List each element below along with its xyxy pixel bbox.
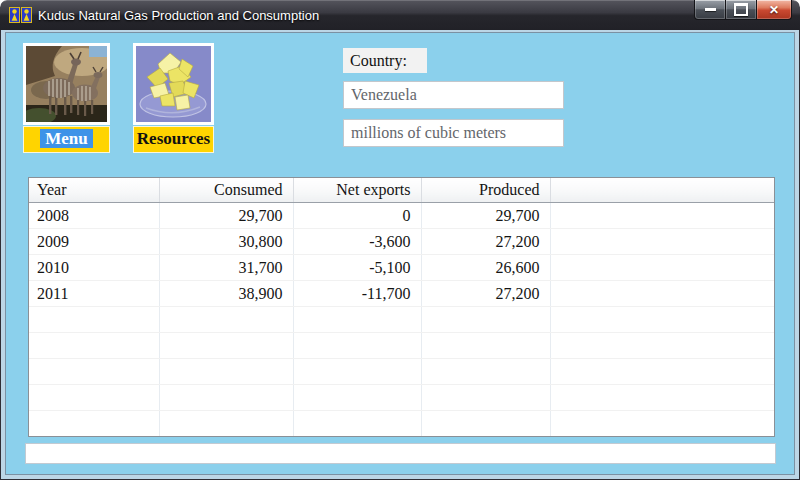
cell-blank[interactable] <box>159 359 293 385</box>
table-row[interactable]: 2009 30,800 -3,600 27,200 <box>29 229 774 255</box>
cell-blank[interactable] <box>293 411 421 437</box>
cell-produced[interactable]: 29,700 <box>421 203 550 229</box>
cell-net-exports[interactable]: -11,700 <box>293 281 421 307</box>
table-row[interactable]: 2011 38,900 -11,700 27,200 <box>29 281 774 307</box>
header-row: Year Consumed Net exports Produced <box>29 178 774 203</box>
minimize-button[interactable] <box>694 0 725 20</box>
cell-year[interactable]: 2010 <box>29 255 159 281</box>
cell-blank[interactable] <box>550 359 774 385</box>
cell-consumed[interactable]: 29,700 <box>159 203 293 229</box>
app-window: Kudus Natural Gas Production and Consump… <box>0 0 800 480</box>
app-icon <box>9 7 32 23</box>
cell-blank[interactable] <box>159 385 293 411</box>
close-button[interactable]: ✕ <box>756 0 792 20</box>
cell-produced[interactable]: 27,200 <box>421 281 550 307</box>
cell-blank[interactable] <box>550 281 774 307</box>
cell-blank[interactable] <box>159 333 293 359</box>
cell-blank[interactable] <box>293 333 421 359</box>
column-header-net-exports[interactable]: Net exports <box>293 178 421 203</box>
empty-table-row[interactable] <box>29 359 774 385</box>
cell-blank[interactable] <box>29 359 159 385</box>
empty-table-row[interactable] <box>29 411 774 437</box>
cell-blank[interactable] <box>550 385 774 411</box>
cell-produced[interactable]: 27,200 <box>421 229 550 255</box>
empty-table-row[interactable] <box>29 307 774 333</box>
cell-year[interactable]: 2008 <box>29 203 159 229</box>
minimize-icon <box>705 8 716 11</box>
window-frame: Menu Resour <box>0 30 800 480</box>
resources-button[interactable]: Resources <box>133 43 214 153</box>
cell-blank[interactable] <box>421 411 550 437</box>
empty-table-row[interactable] <box>29 333 774 359</box>
kudu-image <box>23 43 110 125</box>
cell-blank[interactable] <box>421 333 550 359</box>
cell-blank[interactable] <box>550 203 774 229</box>
data-grid: Year Consumed Net exports Produced 2008 … <box>28 177 775 437</box>
cell-consumed[interactable]: 31,700 <box>159 255 293 281</box>
cell-blank[interactable] <box>293 359 421 385</box>
cell-blank[interactable] <box>421 307 550 333</box>
cell-consumed[interactable]: 30,800 <box>159 229 293 255</box>
cell-blank[interactable] <box>550 255 774 281</box>
cell-consumed[interactable]: 38,900 <box>159 281 293 307</box>
table-row[interactable]: 2008 29,700 0 29,700 <box>29 203 774 229</box>
cell-net-exports[interactable]: 0 <box>293 203 421 229</box>
cell-blank[interactable] <box>29 411 159 437</box>
cell-produced[interactable]: 26,600 <box>421 255 550 281</box>
cell-blank[interactable] <box>159 411 293 437</box>
cell-blank[interactable] <box>550 307 774 333</box>
cell-blank[interactable] <box>550 333 774 359</box>
cell-blank[interactable] <box>29 307 159 333</box>
cell-blank[interactable] <box>293 385 421 411</box>
resources-label-bar: Resources <box>133 126 214 153</box>
table-row[interactable]: 2010 31,700 -5,100 26,600 <box>29 255 774 281</box>
country-label: Country: <box>343 48 427 73</box>
client-area: Menu Resour <box>5 32 795 475</box>
cell-blank[interactable] <box>29 385 159 411</box>
window-title: Kudus Natural Gas Production and Consump… <box>38 8 319 23</box>
message-bar[interactable] <box>25 443 776 464</box>
column-header-consumed[interactable]: Consumed <box>159 178 293 203</box>
cell-blank[interactable] <box>421 385 550 411</box>
sulfur-image <box>133 43 214 125</box>
cell-net-exports[interactable]: -3,600 <box>293 229 421 255</box>
cell-blank[interactable] <box>293 307 421 333</box>
window-controls: ✕ <box>694 0 792 20</box>
cell-year[interactable]: 2011 <box>29 281 159 307</box>
cell-blank[interactable] <box>550 229 774 255</box>
cell-year[interactable]: 2009 <box>29 229 159 255</box>
country-input[interactable] <box>343 81 564 109</box>
title-bar[interactable]: Kudus Natural Gas Production and Consump… <box>0 0 800 30</box>
cell-blank[interactable] <box>421 359 550 385</box>
column-header-blank <box>550 178 774 203</box>
cell-blank[interactable] <box>550 411 774 437</box>
maximize-button[interactable] <box>725 0 756 20</box>
column-header-produced[interactable]: Produced <box>421 178 550 203</box>
close-icon: ✕ <box>769 4 779 16</box>
menu-label: Menu <box>40 129 93 148</box>
menu-button[interactable]: Menu <box>23 43 110 153</box>
cell-blank[interactable] <box>159 307 293 333</box>
cell-blank[interactable] <box>29 333 159 359</box>
maximize-icon <box>734 3 748 16</box>
units-input[interactable] <box>343 119 564 147</box>
resources-label: Resources <box>137 129 210 148</box>
menu-label-bar: Menu <box>23 126 110 153</box>
cell-net-exports[interactable]: -5,100 <box>293 255 421 281</box>
column-header-year[interactable]: Year <box>29 178 159 203</box>
empty-table-row[interactable] <box>29 385 774 411</box>
